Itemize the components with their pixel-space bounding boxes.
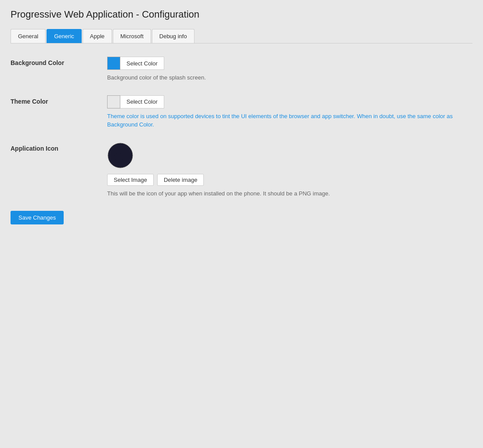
page-title: Progressive Web Application - Configurat… <box>11 9 472 20</box>
theme-color-control: Select Color Theme color is used on supp… <box>107 95 472 129</box>
application-icon-control: Select Image Delete image This will be t… <box>107 142 472 198</box>
tab-general[interactable]: General <box>11 29 46 43</box>
background-color-picker-wrapper: Select Color <box>107 57 472 70</box>
background-color-label: Background Color <box>11 57 107 66</box>
background-color-control: Select Color Background color of the spl… <box>107 57 472 82</box>
background-color-section: Background Color Select Color Background… <box>11 57 472 82</box>
save-changes-button[interactable]: Save Changes <box>11 211 64 224</box>
tab-generic[interactable]: Generic <box>47 29 82 43</box>
app-icon-preview <box>107 142 133 169</box>
theme-color-label: Theme Color <box>11 95 107 105</box>
application-icon-section: Application Icon Select Image Delete ima… <box>11 142 472 198</box>
theme-color-select-button[interactable]: Select Color <box>120 95 164 108</box>
tab-bar: General Generic Apple Microsoft Debug in… <box>11 29 472 43</box>
delete-image-button[interactable]: Delete image <box>157 174 204 186</box>
app-icon-image <box>107 142 133 169</box>
theme-color-section: Theme Color Select Color Theme color is … <box>11 95 472 129</box>
tab-apple[interactable]: Apple <box>83 29 112 43</box>
tab-debug-info[interactable]: Debug info <box>152 29 195 43</box>
tab-microsoft[interactable]: Microsoft <box>113 29 151 43</box>
background-color-select-button[interactable]: Select Color <box>120 57 164 70</box>
theme-color-picker-wrapper: Select Color <box>107 95 472 108</box>
application-icon-label: Application Icon <box>11 142 107 152</box>
application-icon-help: This will be the icon of your app when i… <box>107 189 472 198</box>
theme-color-help: Theme color is used on supported devices… <box>107 112 472 129</box>
background-color-help: Background color of the splash screen. <box>107 73 472 82</box>
select-image-button[interactable]: Select Image <box>107 174 154 186</box>
save-section: Save Changes <box>11 211 472 224</box>
icon-button-group: Select Image Delete image <box>107 174 472 186</box>
svg-point-1 <box>114 153 123 162</box>
background-color-swatch[interactable] <box>107 57 120 70</box>
theme-color-swatch[interactable] <box>107 95 120 108</box>
